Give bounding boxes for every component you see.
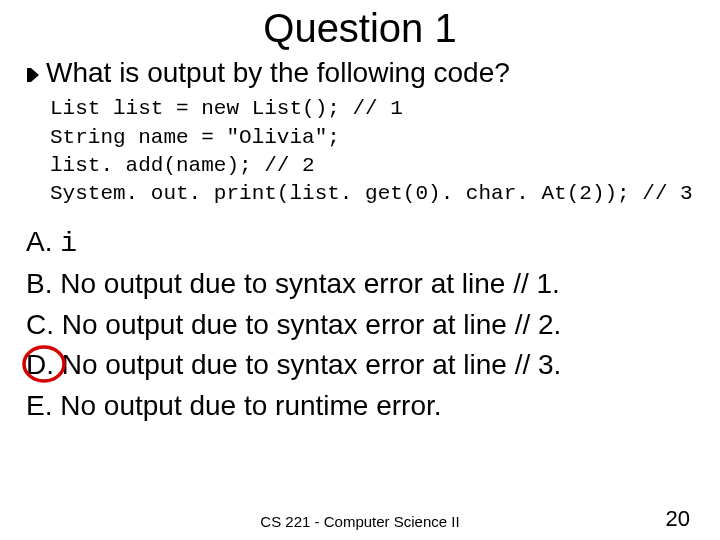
answer-d-text: D. No output due to syntax error at line…: [26, 349, 561, 380]
code-block: List list = new List(); // 1 String name…: [26, 95, 700, 208]
content-area: What is output by the following code? Li…: [0, 57, 720, 426]
answer-a: A. i: [26, 223, 700, 264]
answer-list: A. i B. No output due to syntax error at…: [26, 223, 700, 426]
slide-title: Question 1: [0, 0, 720, 57]
answer-a-prefix: A.: [26, 226, 60, 257]
answer-e: E. No output due to runtime error.: [26, 387, 700, 426]
answer-d: D. No output due to syntax error at line…: [26, 346, 700, 385]
code-line-4: System. out. print(list. get(0). char. A…: [50, 182, 693, 205]
svg-rect-0: [27, 68, 31, 82]
answer-a-value: i: [60, 228, 77, 259]
code-line-1: List list = new List(); // 1: [50, 97, 403, 120]
answer-b: B. No output due to syntax error at line…: [26, 265, 700, 304]
page-number: 20: [666, 506, 690, 532]
footer-text: CS 221 - Computer Science II: [0, 513, 720, 530]
prompt-row: What is output by the following code?: [26, 57, 700, 89]
bullet-icon: [26, 67, 40, 83]
question-prompt: What is output by the following code?: [46, 57, 510, 89]
svg-marker-1: [31, 68, 39, 82]
code-line-3: list. add(name); // 2: [50, 154, 315, 177]
code-line-2: String name = "Olivia";: [50, 126, 340, 149]
answer-c: C. No output due to syntax error at line…: [26, 306, 700, 345]
